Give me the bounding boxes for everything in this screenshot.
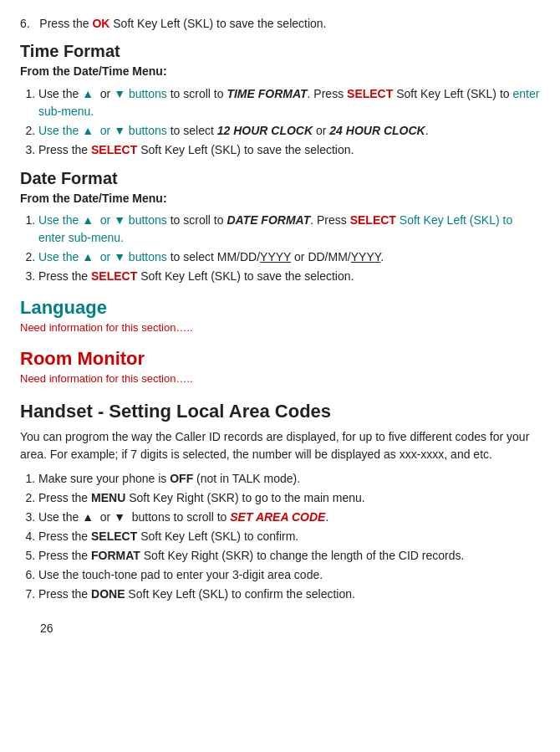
ok-label: OK (92, 17, 109, 30)
date-format-item-2: Use the ▲ or ▼ buttons to select MM/DD/Y… (38, 248, 540, 266)
date-format-item-3: Press the SELECT Soft Key Left (SKL) to … (38, 268, 540, 285)
select-label-4: SELECT (91, 269, 137, 283)
time-format-item-3: Press the SELECT Soft Key Left (SKL) to … (38, 141, 540, 159)
date-format-from-menu: From the Date/Time Menu: (20, 191, 540, 207)
select-label-3: SELECT (350, 213, 396, 227)
select-label-1: SELECT (347, 87, 393, 100)
handset-item-6: Use the touch-tone pad to enter your 3-d… (38, 566, 540, 584)
12hour-label: 12 HOUR CLOCK (217, 124, 313, 137)
handset-item-2: Press the MENU Soft Key Right (SKR) to g… (38, 489, 540, 507)
down-arrow-1: ▼ (114, 87, 125, 100)
up-arrow-2: ▲ (82, 124, 94, 137)
handset-item-5: Press the FORMAT Soft Key Right (SKR) to… (38, 547, 540, 565)
set-area-code-label: SET AREA CODE (230, 510, 325, 524)
down-arrow-2: ▼ (114, 124, 125, 137)
handset-item-1: Make sure your phone is OFF (not in TALK… (38, 470, 540, 488)
24hour-label: 24 HOUR CLOCK (329, 124, 425, 137)
handset-item-7: Press the DONE Soft Key Left (SKL) to co… (38, 586, 540, 603)
done-label: DONE (91, 587, 125, 601)
down-arrow-5: ▼ (114, 510, 125, 524)
handset-list: Make sure your phone is OFF (not in TALK… (20, 470, 540, 603)
format-label: FORMAT (91, 549, 140, 562)
yyyy2: YYYY (351, 250, 381, 263)
handset-item-3: Use the ▲ or ▼ buttons to scroll to SET … (38, 509, 540, 526)
up-arrow-5: ▲ (82, 510, 94, 524)
yyyy1: YYYY (260, 250, 291, 263)
time-format-from-menu: From the Date/Time Menu: (20, 64, 540, 80)
up-arrow-1: ▲ (82, 87, 94, 100)
handset-title: Handset - Setting Local Area Codes (20, 400, 540, 424)
time-format-list: Use the ▲ or ▼ buttons to scroll to TIME… (20, 85, 540, 159)
up-arrow-4: ▲ (82, 250, 94, 263)
room-monitor-title: Room Monitor (20, 348, 540, 370)
time-format-bold: TIME FORMAT (227, 87, 307, 100)
item-6-text: 6. Press the OK Soft Key Left (SKL) to s… (20, 17, 327, 30)
up-arrow-3: ▲ (82, 213, 94, 227)
use-the-4: Use the ▲ or ▼ buttons (38, 250, 167, 263)
handset-item-4: Press the SELECT Soft Key Left (SKL) to … (38, 528, 540, 545)
date-format-bold: DATE FORMAT (227, 213, 310, 227)
page-number: 26 (40, 622, 560, 635)
down-arrow-4: ▼ (114, 250, 125, 263)
select-label-5: SELECT (91, 529, 137, 543)
menu-label: MENU (91, 491, 125, 504)
time-format-title: Time Format (20, 40, 540, 62)
buttons-label-1: buttons (129, 87, 167, 100)
down-arrow-3: ▼ (114, 213, 125, 227)
date-format-list: Use the ▲ or ▼ buttons to scroll to DATE… (20, 212, 540, 285)
item-6: 6. Press the OK Soft Key Left (SKL) to s… (20, 15, 540, 32)
date-format-title: Date Format (20, 167, 540, 189)
use-the-2: Use the ▲ or ▼ buttons (38, 124, 167, 137)
language-need-info: Need information for this section….. (20, 320, 540, 335)
language-title: Language (20, 297, 540, 319)
select-label-2: SELECT (91, 143, 137, 156)
off-label: OFF (170, 472, 193, 485)
date-format-item-1: Use the ▲ or ▼ buttons to scroll to DATE… (38, 212, 540, 247)
room-monitor-need-info: Need information for this section….. (20, 371, 540, 386)
use-the-3: Use the ▲ or ▼ buttons (38, 213, 167, 227)
time-format-item-1: Use the ▲ or ▼ buttons to scroll to TIME… (38, 85, 540, 120)
time-format-item-2: Use the ▲ or ▼ buttons to select 12 HOUR… (38, 122, 540, 140)
handset-intro: You can progrom the way the Caller ID re… (20, 428, 540, 463)
